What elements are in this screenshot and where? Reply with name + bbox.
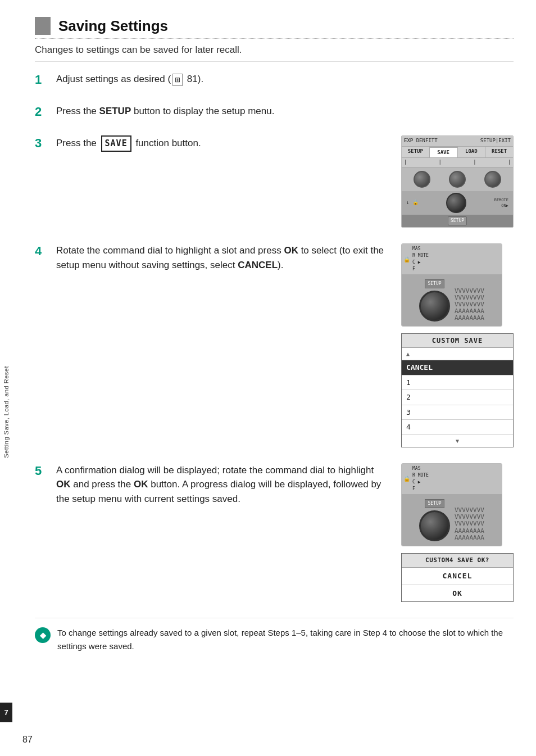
save-button-label: SAVE (101, 135, 131, 152)
step-5-number: 5 (35, 463, 53, 479)
exp-label: EXP DENFITT (404, 137, 438, 145)
step-4-number: 4 (35, 243, 53, 260)
title-block (35, 17, 51, 35)
load-btn: LOAD (458, 147, 486, 158)
setup-small: ↓ 🔒 (406, 199, 419, 207)
ref-icon: ⊞ (172, 74, 183, 86)
bottom-row: ↓ 🔒 REMOTEON▶ (402, 191, 513, 215)
confirm-header: CUSTOM4 SAVE OK? (402, 554, 513, 568)
step-5-text: A confirmation dialog will be displayed;… (56, 463, 390, 506)
step-4-images: 🔒 MASR MOTEC ▶F SETUP VVVVVVVVVVVVVVVVVV… (401, 243, 514, 447)
ok-bold-5a: OK (56, 479, 71, 490)
cancel-row: CANCEL (402, 360, 513, 375)
dial-3 (484, 171, 501, 188)
step-1-content: Adjust settings as desired (⊞ 81). (56, 72, 514, 87)
note-section: ◆ To change settings already saved to a … (35, 618, 514, 653)
cam-dial-2 (419, 510, 450, 541)
step-5-row: A confirmation dialog will be displayed;… (56, 463, 514, 603)
up-arrow-row: ▲ (402, 348, 513, 360)
reset-btn: RESET (485, 147, 513, 158)
down-arrow-icon: ▼ (456, 437, 459, 445)
setup-badge: SETUP (425, 279, 444, 288)
slot-4-row: 4 (402, 420, 513, 435)
setup-menu-mockup: EXP DENFITT SETUP|EXIT SETUP SAVE LOAD R… (401, 135, 514, 228)
step-3-row: Press the SAVE function button. EXP DENF… (56, 135, 514, 228)
note-text: To change settings already saved to a gi… (57, 626, 514, 653)
dial-1 (414, 171, 430, 188)
setup-menu-buttons: SETUP SAVE LOAD RESET (402, 147, 513, 159)
slot-2-label: 2 (406, 392, 411, 403)
step-1: 1 Adjust settings as desired (⊞ 81). (35, 72, 514, 88)
step-2-number: 2 (35, 104, 53, 120)
step-2-content: Press the SETUP button to display the se… (56, 104, 514, 119)
setup-menu-dials (402, 168, 513, 191)
cam-labels-2: MASR MOTEC ▶F (412, 465, 429, 492)
title-divider (35, 38, 514, 39)
title-section: Saving Settings (35, 17, 514, 35)
up-arrow-icon: ▲ (406, 350, 410, 358)
main-dial (446, 193, 466, 213)
note-icon: ◆ (35, 627, 51, 643)
confirm-cancel-row: CANCEL (402, 568, 513, 585)
slot-4-label: 4 (406, 422, 411, 433)
step-2: 2 Press the SETUP button to display the … (35, 104, 514, 120)
slot-3-label: 3 (406, 407, 411, 418)
ok-bold-5b: OK (134, 479, 148, 490)
step-3-text: Press the SAVE function button. (56, 135, 390, 152)
page-title: Saving Settings (58, 17, 168, 35)
dial-2 (449, 171, 466, 188)
bottom-setup: SETUP (402, 215, 513, 227)
step-5: 5 A confirmation dialog will be displaye… (35, 463, 514, 603)
cam-left: SETUP (419, 279, 450, 322)
camera-top-bar-2: 🔒 MASR MOTEC ▶F (402, 464, 502, 495)
step-3-content: Press the SAVE function button. EXP DENF… (56, 135, 514, 228)
step-5-images: 🔒 MASR MOTEC ▶F SETUP VVVVVVVVVVVVVVVVVV… (401, 463, 514, 603)
main-content: Saving Settings Changes to settings can … (12, 0, 536, 676)
step-3: 3 Press the SAVE function button. EXP DE… (35, 135, 514, 228)
vvv-lines: VVVVVVVVVVVVVVVVVVVVVVVV AAAAAAAAAAAAAAA… (455, 288, 484, 322)
step-4-text: Rotate the command dial to highlight a s… (56, 243, 390, 272)
custom-save-menu: CUSTOM SAVE ▲ CANCEL 1 2 (401, 333, 514, 447)
step-4-row: Rotate the command dial to highlight a s… (56, 243, 514, 447)
slot-3-row: 3 (402, 405, 513, 420)
step-3-image: EXP DENFITT SETUP|EXIT SETUP SAVE LOAD R… (401, 135, 514, 228)
slot-1-row: 1 (402, 375, 513, 391)
step-5-content: A confirmation dialog will be displayed;… (56, 463, 514, 603)
step-4: 4 Rotate the command dial to highlight a… (35, 243, 514, 447)
setup-tag: SETUP (448, 216, 467, 225)
confirm-cancel-label: CANCEL (443, 572, 473, 580)
vvv-pattern-2: VVVVVVVVVVVVVVVVVVVVVVVV AAAAAAAAAAAAAAA… (455, 499, 484, 541)
cam-dial-area: SETUP VVVVVVVVVVVVVVVVVVVVVVVV AAAAAAAAA… (402, 275, 502, 326)
setup-menu-top: EXP DENFITT SETUP|EXIT (402, 136, 513, 147)
cam-labels: MASR MOTEC ▶F (412, 246, 429, 273)
slot-1-label: 1 (406, 377, 411, 388)
setup-btn: SETUP (402, 147, 430, 158)
sidebar-label: Setting Save, Load, and Reset (0, 112, 12, 711)
setup-badge-2: SETUP (425, 499, 444, 508)
setup-bold: SETUP (99, 106, 131, 116)
camera-top-bar: 🔒 MASR MOTEC ▶F (402, 244, 502, 275)
setup-exit-label: SETUP|EXIT (480, 137, 511, 145)
subtitle: Changes to settings can be saved for lat… (35, 44, 514, 62)
step-4-content: Rotate the command dial to highlight a s… (56, 243, 514, 447)
chapter-tab: 7 (0, 703, 12, 722)
cam-left-2: SETUP (419, 499, 450, 541)
camera-side-image-2: 🔒 MASR MOTEC ▶F SETUP VVVVVVVVVVVVVVVVVV… (401, 463, 502, 546)
cancel-label: CANCEL (406, 362, 433, 373)
save-btn: SAVE (430, 147, 458, 158)
remote-label: REMOTEON▶ (494, 197, 508, 209)
step-3-number: 3 (35, 135, 53, 152)
lock-icon: 🔒 (403, 255, 410, 264)
cam-dial-area-2: SETUP VVVVVVVVVVVVVVVVVVVVVVVV AAAAAAAAA… (402, 495, 502, 546)
camera-side-image: 🔒 MASR MOTEC ▶F SETUP VVVVVVVVVVVVVVVVVV… (401, 243, 502, 327)
confirm-ok-label: OK (452, 589, 462, 597)
page-number: 87 (22, 735, 33, 745)
cancel-bold: CANCEL (238, 260, 278, 270)
custom-save-header: CUSTOM SAVE (402, 334, 513, 348)
slot-2-row: 2 (402, 390, 513, 405)
vvv-pattern: VVVVVVVVVVVVVVVVVVVVVVVV AAAAAAAAAAAAAAA… (455, 279, 484, 322)
confirm-ok-row: OK (402, 585, 513, 602)
step-1-number: 1 (35, 72, 53, 88)
ok-bold-4: OK (284, 245, 298, 256)
lock-icon-2: 🔒 (403, 474, 410, 483)
